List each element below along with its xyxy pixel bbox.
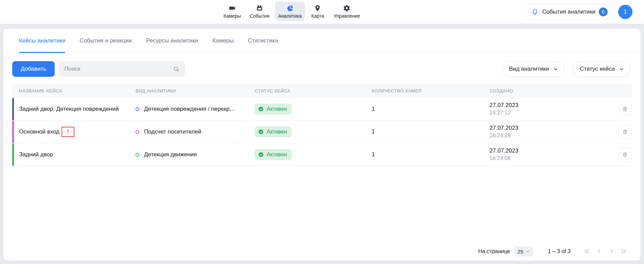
column-header-type: ВИД АНАЛИТИКИ [136, 88, 255, 93]
first-page-icon [583, 248, 591, 255]
analytics-type-label: Подсчет посетителей [144, 128, 201, 135]
analytics-events-button[interactable]: События аналитики 0 [526, 4, 612, 20]
analytics-pie-icon [286, 4, 294, 12]
chevron-down-icon [553, 67, 558, 72]
column-header-cameras: КОЛИЧЕСТВО КАМЕР [372, 88, 489, 93]
case-name: Задний двор [19, 151, 53, 158]
tab-analytics-resources[interactable]: Ресурсы аналитики [146, 29, 198, 53]
created-date: 27.07.2023 [489, 147, 612, 155]
trash-icon [622, 152, 628, 158]
app-root: Камеры События Аналитика Карта [0, 0, 644, 264]
analytics-type-icon [136, 153, 139, 157]
topbar-right: События аналитики 0 1 [526, 4, 632, 20]
nav-item-map[interactable]: Карта [307, 2, 328, 21]
check-circle-icon [258, 129, 264, 135]
case-name: Задний двор. Детекция повреждений [19, 106, 119, 112]
per-page-label: На странице [478, 248, 510, 254]
nav-item-events[interactable]: События [246, 2, 273, 21]
nav-label: Карта [311, 13, 324, 19]
status-label: Активен [267, 129, 287, 135]
check-circle-icon [258, 106, 264, 112]
page-range-label: 1 – 3 of 3 [548, 248, 571, 254]
search-box[interactable] [59, 61, 185, 77]
nav-label: Камеры [223, 13, 241, 19]
table-header: НАЗВАНИЕ КЕЙСА ВИД АНАЛИТИКИ СТАТУС КЕЙС… [12, 84, 632, 98]
analytics-type-filter-label: Вид аналитики [509, 66, 549, 72]
analytics-type-filter[interactable]: Вид аналитики [502, 61, 565, 77]
toolbar: Добавить Вид аналитики Статус кейса [3, 53, 641, 84]
status-label: Активен [267, 106, 287, 112]
tabs-bar: Кейсы аналитики События и реакции Ресурс… [3, 29, 641, 53]
status-badge: Активен [255, 126, 292, 137]
check-circle-icon [258, 152, 264, 158]
camera-icon [229, 4, 236, 12]
created-time: 16:24:28 [489, 132, 612, 139]
row-accent-bar [12, 121, 14, 143]
chevron-down-icon [619, 67, 624, 72]
pager-controls [582, 247, 628, 256]
status-badge: Активен [255, 149, 292, 160]
pagination: На странице 25 1 – 3 of 3 [478, 246, 628, 257]
next-page-icon [608, 248, 615, 255]
gear-icon [343, 4, 351, 12]
column-header-created: СОЗДАНО [489, 88, 612, 93]
row-accent-bar [12, 143, 14, 166]
nav-label: Управление [334, 13, 360, 19]
prev-page-icon [595, 248, 603, 255]
case-status-filter-label: Статус кейса [580, 66, 615, 72]
events-count-badge: 0 [599, 7, 608, 16]
first-page-button[interactable] [582, 247, 592, 256]
next-page-button[interactable] [607, 247, 616, 256]
tab-cameras[interactable]: Камеры [213, 29, 234, 53]
per-page-select[interactable]: 25 [514, 246, 533, 257]
analytics-events-label: События аналитики [542, 8, 595, 15]
delete-case-button[interactable] [618, 102, 632, 116]
created-date: 27.07.2023 [489, 102, 612, 109]
analytics-type-icon [136, 107, 139, 111]
events-icon [256, 4, 263, 12]
last-page-button[interactable] [619, 247, 628, 256]
column-header-status: СТАТУС КЕЙСА [255, 88, 372, 93]
created-cell: 27.07.2023 16:27:12 [489, 102, 612, 117]
table-row[interactable]: Задний двор. Детекция повреждений Детекц… [12, 98, 632, 121]
case-name: Основной вход [19, 128, 59, 135]
nav-item-analytics[interactable]: Аналитика [275, 2, 305, 21]
table-row[interactable]: Основной вход ! Подсчет посетителей Акти… [12, 121, 632, 143]
camera-count: 1 [372, 151, 489, 158]
delete-case-button[interactable] [618, 125, 632, 139]
prev-page-button[interactable] [594, 247, 604, 256]
created-cell: 27.07.2023 16:24:08 [489, 147, 612, 162]
tab-statistics[interactable]: Статистика [248, 29, 278, 53]
trash-icon [622, 106, 628, 112]
nav-item-cameras[interactable]: Камеры [220, 2, 244, 21]
row-accent-bar [12, 98, 14, 120]
case-status-filter[interactable]: Статус кейса [573, 61, 630, 77]
nav-label: События [250, 13, 269, 19]
status-label: Активен [267, 152, 287, 158]
main-nav: Камеры События Аналитика Карта [220, 2, 363, 21]
per-page-value: 25 [518, 249, 523, 254]
top-header: Камеры События Аналитика Карта [0, 0, 644, 24]
analytics-type-label: Детекция движения [144, 151, 197, 158]
chevron-down-icon [525, 249, 530, 253]
add-button[interactable]: Добавить [12, 61, 55, 77]
column-header-name: НАЗВАНИЕ КЕЙСА [12, 88, 136, 93]
bell-icon [531, 8, 539, 16]
analytics-type-label: Детекция повреждения / перекр... [144, 106, 234, 112]
avatar[interactable]: 1 [618, 5, 632, 19]
created-date: 27.07.2023 [489, 124, 612, 132]
created-cell: 27.07.2023 16:24:28 [489, 124, 612, 139]
tab-events-reactions[interactable]: События и реакции [79, 29, 132, 53]
created-time: 16:24:08 [489, 155, 612, 162]
delete-case-button[interactable] [618, 148, 632, 161]
created-time: 16:27:12 [489, 109, 612, 117]
nav-item-management[interactable]: Управление [330, 2, 363, 21]
trash-icon [622, 129, 628, 135]
search-input[interactable] [64, 66, 173, 72]
table-row[interactable]: Задний двор Детекция движения Активен 1 … [12, 143, 632, 166]
cases-table: НАЗВАНИЕ КЕЙСА ВИД АНАЛИТИКИ СТАТУС КЕЙС… [12, 84, 632, 166]
map-pin-icon [314, 4, 321, 12]
last-page-icon [620, 248, 627, 255]
content-card: Кейсы аналитики События и реакции Ресурс… [3, 29, 641, 261]
tab-analytics-cases[interactable]: Кейсы аналитики [19, 29, 65, 53]
